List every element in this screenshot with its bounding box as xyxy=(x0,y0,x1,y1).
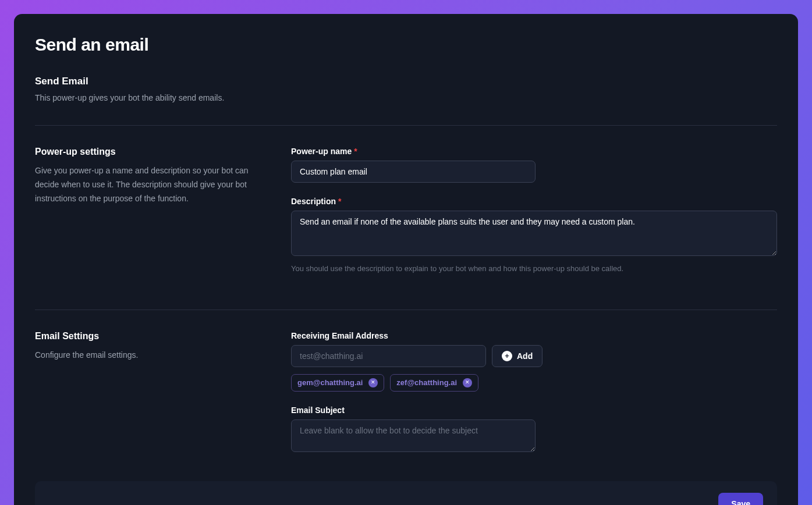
settings-modal: Send an email Send Email This power-up g… xyxy=(14,14,798,505)
email-settings-section: Email Settings Configure the email setti… xyxy=(35,331,777,468)
email-chip: gem@chatthing.ai ✕ xyxy=(291,374,384,392)
receiving-email-label: Receiving Email Address xyxy=(291,331,777,340)
chip-email: gem@chatthing.ai xyxy=(297,378,363,387)
subject-input[interactable] xyxy=(291,419,536,452)
email-settings-title: Email Settings xyxy=(35,331,268,342)
description-label: Description * xyxy=(291,197,777,206)
divider xyxy=(35,310,777,310)
powerup-name-input[interactable] xyxy=(291,161,536,183)
required-marker: * xyxy=(354,147,357,156)
powerup-settings-desc: Give you power-up a name and description… xyxy=(35,164,268,205)
chip-remove-button[interactable]: ✕ xyxy=(368,378,378,387)
required-marker: * xyxy=(338,197,341,206)
description-help: You should use the description to explai… xyxy=(291,263,777,275)
powerup-name-label: Power-up name * xyxy=(291,147,777,156)
powerup-settings-section: Power-up settings Give you power-up a na… xyxy=(35,147,777,289)
subject-label: Email Subject xyxy=(291,406,777,415)
plus-icon: + xyxy=(502,351,512,361)
email-settings-desc: Configure the email settings. xyxy=(35,348,268,362)
close-icon: ✕ xyxy=(371,380,375,385)
receiving-email-input[interactable] xyxy=(291,345,486,367)
add-email-button[interactable]: + Add xyxy=(492,345,542,367)
add-button-label: Add xyxy=(517,351,533,361)
save-button[interactable]: Save xyxy=(718,493,763,506)
description-input[interactable]: Send an email if none of the available p… xyxy=(291,211,777,256)
chip-remove-button[interactable]: ✕ xyxy=(463,378,472,387)
powerup-settings-title: Power-up settings xyxy=(35,147,268,157)
intro-section: Send Email This power-up gives your bot … xyxy=(35,76,777,104)
email-chips: gem@chatthing.ai ✕ zef@chatthing.ai ✕ xyxy=(291,374,777,392)
footer-bar: Save xyxy=(35,481,777,506)
divider xyxy=(35,125,777,126)
close-icon: ✕ xyxy=(465,380,470,385)
intro-desc: This power-up gives your bot the ability… xyxy=(35,92,777,104)
chip-email: zef@chatthing.ai xyxy=(396,378,457,387)
email-chip: zef@chatthing.ai ✕ xyxy=(390,374,478,392)
page-title: Send an email xyxy=(35,35,777,55)
intro-title: Send Email xyxy=(35,76,777,87)
